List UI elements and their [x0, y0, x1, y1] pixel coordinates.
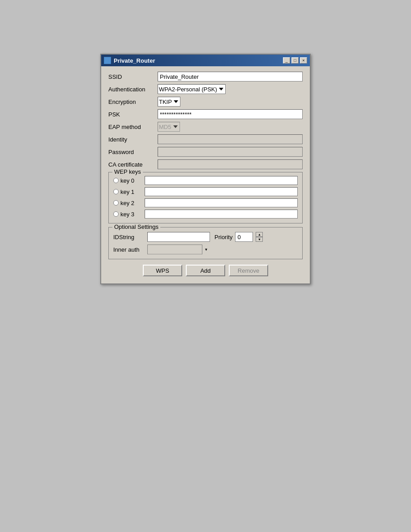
wep-key-row-1: key 1	[113, 187, 298, 196]
ca-certificate-input[interactable]	[158, 159, 303, 169]
window-title: Private_Router	[114, 57, 155, 64]
window-body: SSID Authentication WPA2-Personal (PSK) …	[101, 66, 310, 283]
optional-settings-title: Optional Settings	[112, 223, 160, 230]
authentication-label: Authentication	[108, 86, 158, 93]
encryption-row: Encryption TKIP	[108, 97, 303, 107]
main-window: Private_Router _ □ × SSID Authentication…	[100, 54, 311, 284]
title-bar: Private_Router _ □ ×	[101, 55, 310, 66]
inner-auth-label: Inner auth	[113, 246, 145, 253]
add-button[interactable]: Add	[186, 265, 225, 276]
inner-auth-row: Inner auth ▼	[113, 245, 298, 254]
wep-key-2-label[interactable]: key 2	[113, 200, 145, 206]
encryption-label: Encryption	[108, 99, 158, 105]
encryption-select-wrapper: TKIP	[158, 97, 303, 107]
password-input[interactable]	[158, 147, 303, 157]
wep-keys-title: WEP keys	[112, 168, 143, 175]
wep-key-3-text: key 3	[120, 211, 134, 218]
psk-input[interactable]	[158, 109, 303, 119]
wep-key-0-text: key 0	[120, 177, 134, 184]
authentication-select-wrapper: WPA2-Personal (PSK)	[158, 84, 303, 94]
eap-method-label: EAP method	[108, 124, 158, 130]
identity-row: Identity	[108, 134, 303, 144]
psk-row: PSK	[108, 109, 303, 119]
wep-key-2-text: key 2	[120, 200, 134, 206]
priority-spinner: ▲ ▼	[256, 232, 263, 242]
ssid-row: SSID	[108, 72, 303, 82]
password-label: Password	[108, 149, 158, 155]
authentication-select[interactable]: WPA2-Personal (PSK)	[158, 84, 226, 94]
psk-label: PSK	[108, 111, 158, 118]
ssid-input[interactable]	[158, 72, 303, 82]
remove-button[interactable]: Remove	[229, 265, 268, 276]
wep-key-row-0: key 0	[113, 176, 298, 185]
minimize-button[interactable]: _	[283, 57, 290, 64]
router-icon	[104, 57, 111, 64]
title-bar-left: Private_Router	[104, 57, 155, 64]
idstring-row: IDString Priority ▲ ▼	[113, 232, 298, 242]
wep-key-3-input[interactable]	[145, 210, 298, 219]
close-button[interactable]: ×	[300, 57, 307, 64]
eap-method-select-wrapper: MD5	[158, 122, 303, 132]
idstring-label: IDString	[113, 234, 145, 240]
wep-key-3-radio[interactable]	[113, 211, 119, 217]
wep-key-1-label[interactable]: key 1	[113, 189, 145, 195]
optional-settings-group: Optional Settings IDString Priority ▲ ▼ …	[108, 227, 303, 259]
priority-up-button[interactable]: ▲	[256, 232, 263, 237]
wep-key-1-input[interactable]	[145, 187, 298, 196]
inner-auth-select[interactable]	[147, 245, 210, 254]
priority-down-button[interactable]: ▼	[256, 237, 263, 242]
eap-method-select[interactable]: MD5	[158, 122, 180, 132]
authentication-row: Authentication WPA2-Personal (PSK)	[108, 84, 303, 94]
wep-key-2-input[interactable]	[145, 198, 298, 207]
priority-input[interactable]	[235, 232, 253, 242]
button-row: WPS Add Remove	[108, 265, 303, 276]
wep-key-2-radio[interactable]	[113, 200, 119, 206]
wep-key-0-label[interactable]: key 0	[113, 177, 145, 184]
wep-key-0-input[interactable]	[145, 176, 298, 185]
identity-input[interactable]	[158, 134, 303, 144]
ssid-label: SSID	[108, 73, 158, 80]
wep-key-1-radio[interactable]	[113, 189, 119, 194]
priority-label: Priority	[214, 234, 232, 240]
identity-label: Identity	[108, 136, 158, 143]
maximize-button[interactable]: □	[291, 57, 299, 64]
password-row: Password	[108, 147, 303, 157]
wep-key-1-text: key 1	[120, 189, 134, 195]
wep-key-row-2: key 2	[113, 198, 298, 207]
wep-key-3-label[interactable]: key 3	[113, 211, 145, 218]
wep-key-0-radio[interactable]	[113, 178, 119, 183]
encryption-select[interactable]: TKIP	[158, 97, 180, 107]
idstring-input[interactable]	[147, 232, 210, 242]
wps-button[interactable]: WPS	[143, 265, 182, 276]
eap-method-row: EAP method MD5	[108, 122, 303, 132]
wep-keys-group: WEP keys key 0 key 1 key 2	[108, 172, 303, 223]
wep-key-row-3: key 3	[113, 210, 298, 219]
ca-certificate-row: CA certificate	[108, 159, 303, 169]
ca-certificate-label: CA certificate	[108, 161, 158, 168]
inner-auth-select-wrapper: ▼	[147, 245, 210, 254]
title-bar-controls: _ □ ×	[283, 57, 307, 64]
